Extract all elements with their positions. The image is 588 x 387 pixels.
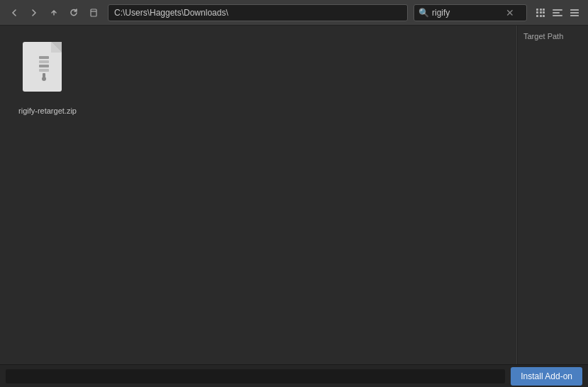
file-name: rigify-retarget.zip — [18, 107, 77, 115]
search-icon: 🔍 — [418, 8, 429, 18]
detail-view-button[interactable] — [567, 5, 582, 21]
search-input[interactable] — [432, 8, 503, 18]
forward-button[interactable] — [26, 4, 43, 21]
address-bar[interactable] — [108, 4, 408, 21]
svg-point-12 — [42, 77, 46, 81]
status-bar: Install Add-on — [0, 364, 588, 387]
svg-rect-3 — [570, 15, 579, 16]
bookmark-button[interactable] — [85, 4, 102, 21]
view-icons — [533, 5, 582, 21]
grid-icon — [536, 9, 545, 17]
main-area: rigify-retarget.zip Target Path — [0, 26, 588, 364]
svg-rect-9 — [39, 65, 49, 67]
target-path-label: Target Path — [523, 32, 563, 40]
install-addon-button[interactable]: Install Add-on — [511, 367, 582, 386]
list-view-button[interactable] — [550, 5, 565, 21]
svg-rect-1 — [570, 9, 579, 11]
file-icon — [19, 38, 76, 102]
up-button[interactable] — [45, 4, 62, 21]
status-text — [6, 369, 505, 383]
list-icon — [553, 9, 562, 16]
toolbar: 🔍 ✕ — [0, 0, 588, 26]
detail-icon — [570, 8, 579, 18]
file-item[interactable]: rigify-retarget.zip — [9, 34, 87, 119]
refresh-button[interactable] — [65, 4, 82, 21]
svg-rect-10 — [39, 69, 49, 72]
back-button[interactable] — [6, 4, 23, 21]
search-container: 🔍 ✕ — [414, 4, 527, 21]
search-clear-button[interactable]: ✕ — [506, 8, 514, 18]
svg-rect-8 — [39, 60, 49, 63]
svg-rect-7 — [39, 56, 49, 59]
file-area: rigify-retarget.zip — [0, 26, 516, 364]
svg-rect-0 — [91, 9, 96, 16]
svg-rect-2 — [570, 12, 579, 13]
thumbnail-view-button[interactable] — [533, 5, 548, 21]
right-panel: Target Path — [517, 26, 588, 364]
